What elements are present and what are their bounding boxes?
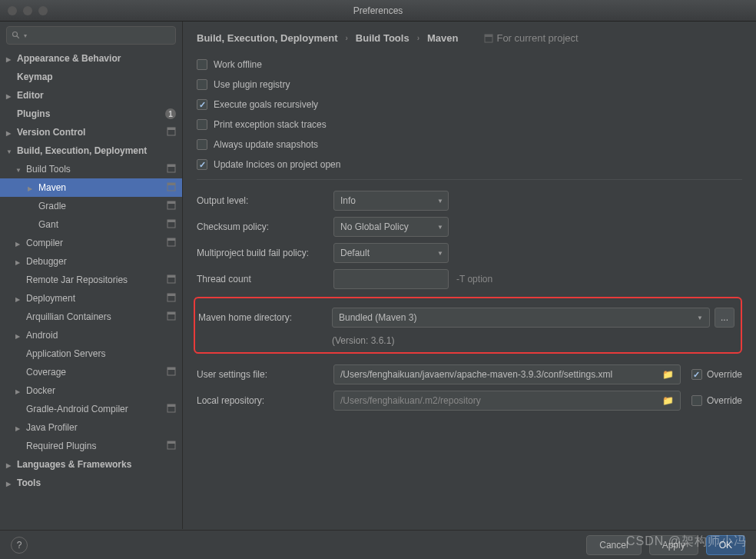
tree-label: Required Plugins (26, 441, 96, 451)
exec-recursive-row[interactable]: Execute goals recursively (197, 95, 742, 115)
sidebar-item-editor[interactable]: Editor (0, 86, 182, 105)
checkbox[interactable] (197, 59, 207, 70)
ok-button[interactable]: OK (706, 535, 745, 555)
tree-label: Deployment (26, 293, 75, 304)
svg-rect-15 (167, 275, 175, 278)
override-label: Override (707, 395, 742, 406)
thread-count-input[interactable] (333, 269, 449, 289)
tree-label: Tools (17, 477, 41, 488)
checkbox[interactable] (197, 79, 207, 90)
override-checkbox[interactable] (691, 369, 702, 380)
sidebar-item-version-control[interactable]: Version Control (0, 123, 182, 141)
folder-icon[interactable]: 📁 (662, 395, 674, 406)
sidebar-item-plugins[interactable]: Plugins1 (0, 105, 182, 123)
sidebar-item-appearance-behavior[interactable]: Appearance & Behavior (0, 49, 182, 68)
svg-rect-23 (167, 404, 175, 407)
svg-rect-27 (485, 35, 492, 37)
sidebar-item-keymap[interactable]: Keymap (0, 68, 182, 86)
print-stack-row[interactable]: Print exception stack traces (197, 115, 742, 135)
project-icon (484, 34, 493, 43)
svg-point-0 (13, 32, 18, 37)
crumb-1[interactable]: Build Tools (356, 32, 410, 44)
close-dot[interactable] (8, 6, 17, 15)
tree-label: Docker (26, 385, 55, 396)
svg-rect-9 (167, 201, 175, 204)
sidebar-item-languages-frameworks[interactable]: Languages & Frameworks (0, 455, 182, 474)
search-dropdown-icon: ▾ (24, 32, 27, 39)
cancel-button[interactable]: Cancel (586, 535, 641, 555)
badge: 1 (165, 108, 176, 119)
checksum-select[interactable]: No Global Policy (333, 217, 449, 237)
output-level-select[interactable]: Info (333, 191, 449, 211)
folder-icon[interactable]: 📁 (662, 369, 674, 380)
project-scope-icon (167, 238, 176, 249)
sidebar-item-tools[interactable]: Tools (0, 474, 182, 492)
tree-arrow-icon (6, 477, 14, 488)
sidebar-item-deployment[interactable]: Deployment (0, 289, 182, 308)
zoom-dot[interactable] (38, 6, 48, 15)
thread-hint: -T option (456, 274, 492, 284)
tree-label: Remote Jar Repositories (26, 275, 128, 285)
apply-button[interactable]: Apply (649, 535, 698, 555)
tree-label: Application Servers (26, 348, 105, 359)
sidebar-item-gradle[interactable]: Gradle (0, 197, 182, 215)
user-settings-label: User settings file: (197, 369, 333, 380)
sidebar-item-build-execution-deployment[interactable]: Build, Execution, Deployment (0, 141, 182, 160)
sidebar-item-build-tools[interactable]: Build Tools (0, 160, 182, 178)
project-scope-icon (167, 293, 176, 304)
checkbox[interactable] (197, 119, 207, 130)
chevron-right-icon: › (417, 34, 419, 42)
project-scope-icon (167, 311, 176, 323)
sidebar-item-java-profiler[interactable]: Java Profiler (0, 418, 182, 437)
sidebar-item-coverage[interactable]: Coverage (0, 363, 182, 381)
tree-arrow-icon (15, 238, 23, 248)
project-scope-icon (167, 182, 176, 194)
project-scope-icon (167, 127, 176, 138)
breadcrumb: Build, Execution, Deployment › Build Too… (197, 32, 742, 44)
tree-label: Gradle (38, 201, 66, 211)
tree-label: Editor (17, 90, 44, 101)
crumb-0[interactable]: Build, Execution, Deployment (197, 32, 337, 44)
maven-home-select[interactable]: Bundled (Maven 3) (332, 308, 710, 328)
sidebar-item-android[interactable]: Android (0, 326, 182, 344)
work-offline-row[interactable]: Work offline (197, 55, 742, 75)
fail-policy-label: Multiproject build fail policy: (197, 248, 333, 258)
checkbox[interactable] (197, 139, 207, 150)
tree-label: Gant (38, 219, 58, 230)
sidebar-item-gradle-android-compiler[interactable]: Gradle-Android Compiler (0, 400, 182, 418)
project-scope-icon (167, 441, 176, 452)
sidebar-item-gant[interactable]: Gant (0, 215, 182, 234)
local-repo-input[interactable]: /Users/fenghaikuan/.m2/repository📁 (333, 391, 681, 411)
browse-button[interactable]: ... (715, 308, 734, 328)
fail-policy-select[interactable]: Default (333, 243, 449, 263)
sidebar-item-remote-jar-repositories[interactable]: Remote Jar Repositories (0, 271, 182, 289)
user-settings-input[interactable]: /Users/fenghaikuan/javaenv/apache-maven-… (333, 364, 681, 384)
minimize-dot[interactable] (23, 6, 32, 15)
sidebar-item-compiler[interactable]: Compiler (0, 234, 182, 252)
sidebar-item-maven[interactable]: Maven (0, 178, 182, 197)
checkbox[interactable] (197, 99, 207, 110)
search-input[interactable]: ▾ (6, 26, 176, 45)
tree-label: Android (26, 330, 58, 341)
override-checkbox[interactable] (691, 395, 702, 406)
settings-tree: Appearance & BehaviorKeymapEditorPlugins… (0, 49, 182, 529)
update-snapshots-row[interactable]: Always update snapshots (197, 135, 742, 155)
plugin-registry-row[interactable]: Use plugin registry (197, 75, 742, 95)
for-current-project: For current project (481, 32, 578, 44)
override-label: Override (707, 369, 742, 380)
sidebar-item-required-plugins[interactable]: Required Plugins (0, 437, 182, 455)
thread-count-label: Thread count (197, 274, 333, 284)
sidebar-item-arquillian-containers[interactable]: Arquillian Containers (0, 308, 182, 326)
sidebar-item-application-servers[interactable]: Application Servers (0, 344, 182, 363)
tree-arrow-icon (6, 459, 14, 470)
svg-line-1 (17, 36, 19, 38)
svg-rect-19 (167, 312, 175, 314)
update-indices-row[interactable]: Update Incices on project open (197, 155, 742, 175)
tree-label: Appearance & Behavior (17, 53, 121, 64)
checkbox[interactable] (197, 159, 207, 170)
sidebar: ▾ Appearance & BehaviorKeymapEditorPlugi… (0, 22, 183, 529)
help-button[interactable]: ? (11, 537, 28, 554)
tree-arrow-icon (15, 293, 23, 304)
sidebar-item-docker[interactable]: Docker (0, 381, 182, 400)
sidebar-item-debugger[interactable]: Debugger (0, 252, 182, 271)
